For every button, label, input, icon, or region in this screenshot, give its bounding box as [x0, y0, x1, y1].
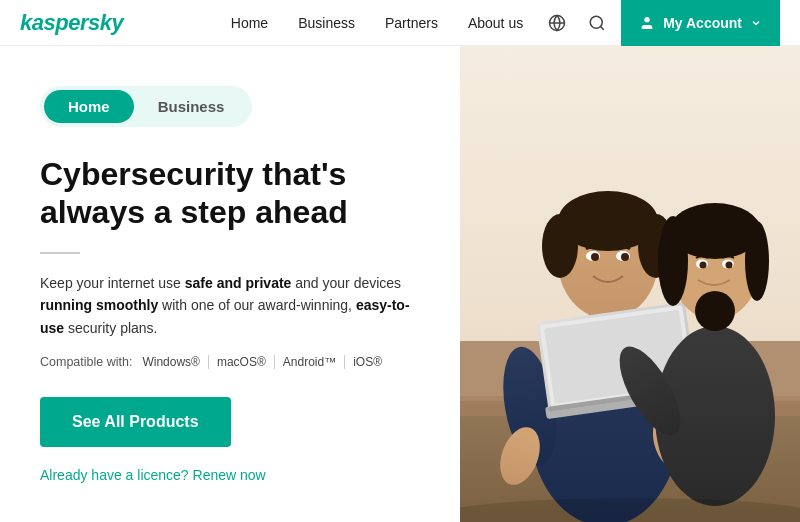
see-all-products-button[interactable]: See All Products: [40, 397, 231, 447]
svg-point-24: [591, 253, 599, 261]
compatible-macos: macOS®: [209, 355, 275, 369]
my-account-label: My Account: [663, 15, 742, 31]
hero-left-panel: Home Business Cybersecurity that's alway…: [0, 46, 470, 522]
body-text-3: with one of our award-winning,: [158, 297, 356, 313]
my-account-button[interactable]: My Account: [621, 0, 780, 46]
body-bold-2: running smoothly: [40, 297, 158, 313]
globe-icon[interactable]: [543, 9, 571, 37]
divider: [40, 252, 80, 254]
hero-tabs: Home Business: [40, 86, 252, 127]
body-text-4: security plans.: [64, 320, 157, 336]
body-text-2: and your devices: [291, 275, 401, 291]
hero-illustration: [460, 46, 800, 522]
svg-point-41: [700, 262, 707, 269]
hero-headline: Cybersecurity that's always a step ahead: [40, 155, 430, 232]
nav-about[interactable]: About us: [468, 15, 523, 31]
header-icons: [543, 9, 611, 37]
compatible-android: Android™: [275, 355, 345, 369]
body-text-1: Keep your internet use: [40, 275, 185, 291]
svg-point-38: [695, 291, 735, 331]
hero-image-panel: [460, 46, 800, 522]
svg-point-20: [542, 214, 578, 278]
svg-line-3: [601, 26, 604, 29]
svg-point-36: [658, 216, 688, 306]
svg-point-42: [726, 262, 733, 269]
compatible-section: Compatible with: Windows® macOS® Android…: [40, 355, 430, 369]
site-header: kaspersky Home Business Partners About u…: [0, 0, 800, 46]
tab-home[interactable]: Home: [44, 90, 134, 123]
svg-point-4: [645, 17, 650, 22]
nav-home[interactable]: Home: [231, 15, 268, 31]
compatible-items: Windows® macOS® Android™ iOS®: [142, 355, 390, 369]
body-bold-1: safe and private: [185, 275, 292, 291]
svg-point-2: [590, 16, 602, 28]
main-nav: Home Business Partners About us: [231, 15, 523, 31]
svg-point-25: [621, 253, 629, 261]
compatible-windows: Windows®: [142, 355, 209, 369]
compatible-label: Compatible with:: [40, 355, 132, 369]
nav-partners[interactable]: Partners: [385, 15, 438, 31]
tab-business[interactable]: Business: [134, 90, 249, 123]
hero-section: Home Business Cybersecurity that's alway…: [0, 46, 800, 522]
compatible-ios: iOS®: [345, 355, 390, 369]
search-icon[interactable]: [583, 9, 611, 37]
nav-business[interactable]: Business: [298, 15, 355, 31]
svg-point-37: [745, 221, 769, 301]
logo: kaspersky: [20, 10, 123, 36]
hero-body-text: Keep your internet use safe and private …: [40, 272, 430, 339]
renew-licence-link[interactable]: Already have a licence? Renew now: [40, 467, 430, 483]
